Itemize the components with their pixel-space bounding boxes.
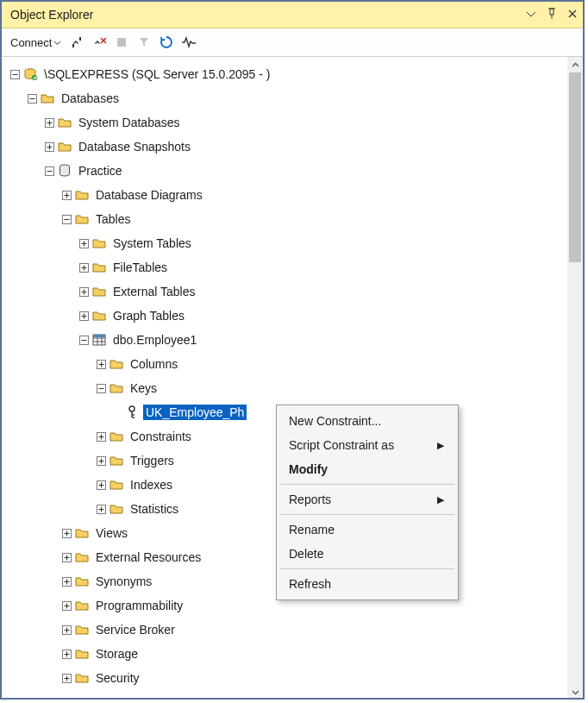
- tree-label: Database Diagrams: [93, 187, 205, 203]
- menu-reports[interactable]: Reports ▶: [277, 487, 458, 512]
- context-menu: New Constraint... Script Constraint as ▶…: [276, 405, 459, 600]
- expand-plus-icon[interactable]: [60, 575, 72, 587]
- tree-node[interactable]: System Tables: [7, 231, 567, 255]
- vertical-scrollbar[interactable]: [567, 57, 583, 700]
- connect-label: Connect: [10, 36, 52, 49]
- expand-minus-icon[interactable]: [78, 334, 90, 346]
- expand-plus-icon[interactable]: [60, 527, 72, 539]
- expand-minus-icon[interactable]: [26, 92, 38, 104]
- tree-label: Constraints: [128, 429, 194, 444]
- menu-delete[interactable]: Delete: [277, 542, 458, 566]
- expand-plus-icon[interactable]: [95, 479, 107, 491]
- submenu-arrow-icon: ▶: [437, 494, 444, 505]
- tree-label: Practice: [76, 163, 125, 179]
- tree-label: UK_Employee_Ph: [143, 405, 247, 420]
- tree-node[interactable]: Columns: [7, 352, 567, 376]
- tree-node[interactable]: Service Broker: [7, 618, 567, 642]
- menu-script-constraint-as[interactable]: Script Constraint as ▶: [277, 433, 458, 457]
- activity-monitor-icon[interactable]: [180, 34, 197, 51]
- titlebar-controls: [526, 8, 578, 22]
- expand-minus-icon[interactable]: [95, 382, 107, 394]
- tree-node[interactable]: Keys: [7, 376, 567, 400]
- connect-icon[interactable]: [68, 34, 85, 51]
- folder-icon: [74, 549, 90, 565]
- expand-plus-icon[interactable]: [78, 310, 90, 322]
- folder-icon: [109, 501, 124, 517]
- tree-label: Indexes: [128, 477, 175, 493]
- tree-label: System Tables: [110, 235, 194, 251]
- tree-label: Keys: [128, 380, 160, 396]
- expand-plus-icon[interactable]: [78, 261, 90, 273]
- expand-plus-icon[interactable]: [60, 648, 72, 660]
- pin-icon[interactable]: [547, 8, 557, 22]
- expand-plus-icon[interactable]: [78, 286, 90, 298]
- expand-plus-icon[interactable]: [43, 116, 55, 129]
- expand-plus-icon[interactable]: [60, 551, 72, 563]
- scroll-up-icon[interactable]: [567, 57, 583, 72]
- tree-node[interactable]: Graph Tables: [7, 304, 567, 328]
- server-icon: [22, 66, 38, 82]
- tree-node[interactable]: Practice: [7, 159, 567, 183]
- expand-minus-icon[interactable]: [60, 213, 72, 225]
- expand-plus-icon[interactable]: [43, 141, 55, 153]
- menu-separator: [280, 514, 454, 515]
- scroll-down-icon[interactable]: [567, 684, 583, 700]
- tree-node[interactable]: Tables: [7, 207, 567, 231]
- expand-plus-icon[interactable]: [60, 189, 72, 201]
- folder-icon: [109, 429, 124, 444]
- tree-label: dbo.Employee1: [110, 332, 199, 348]
- tree-label: Columns: [128, 356, 180, 372]
- menu-item-label: Reports: [289, 493, 331, 506]
- toolbar: Connect: [2, 28, 583, 57]
- submenu-arrow-icon: ▶: [437, 440, 444, 451]
- table-icon: [91, 332, 107, 348]
- expand-minus-icon[interactable]: [43, 165, 55, 177]
- expand-plus-icon[interactable]: [95, 430, 107, 443]
- tree-label: Synonyms: [93, 574, 154, 589]
- menu-item-label: Refresh: [289, 577, 331, 591]
- folder-icon: [74, 211, 90, 227]
- scroll-track[interactable]: [567, 72, 583, 684]
- menu-rename[interactable]: Rename: [277, 518, 458, 542]
- folder-icon: [91, 284, 107, 299]
- tree-label: Triggers: [128, 453, 177, 468]
- tree-node-table[interactable]: dbo.Employee1: [7, 328, 567, 352]
- tree-node[interactable]: Storage: [7, 642, 567, 666]
- tree-node[interactable]: Security: [7, 666, 567, 690]
- tree-node[interactable]: Databases: [7, 86, 567, 110]
- tree-view[interactable]: \SQLEXPRESS (SQL Server 15.0.2095 - ) Da…: [2, 57, 567, 700]
- tree-label: Graph Tables: [110, 308, 187, 323]
- tree-node[interactable]: Database Diagrams: [7, 183, 567, 207]
- menu-modify[interactable]: Modify: [277, 457, 458, 481]
- tree-node-server[interactable]: \SQLEXPRESS (SQL Server 15.0.2095 - ): [7, 62, 567, 86]
- menu-item-label: Rename: [289, 523, 335, 537]
- folder-icon: [74, 622, 90, 637]
- expand-plus-icon[interactable]: [60, 599, 72, 612]
- tree-node[interactable]: Database Snapshots: [7, 135, 567, 159]
- folder-icon: [74, 646, 90, 662]
- expand-plus-icon[interactable]: [95, 503, 107, 515]
- tree-node[interactable]: System Databases: [7, 110, 567, 135]
- menu-new-constraint[interactable]: New Constraint...: [277, 409, 458, 433]
- menu-refresh[interactable]: Refresh: [277, 572, 458, 596]
- disconnect-icon[interactable]: [91, 34, 108, 51]
- folder-icon: [57, 139, 72, 154]
- expand-plus-icon[interactable]: [95, 455, 107, 467]
- svg-rect-6: [79, 37, 81, 41]
- window-position-icon[interactable]: [526, 9, 536, 22]
- folder-icon: [74, 574, 90, 589]
- folder-icon: [91, 308, 107, 323]
- close-icon[interactable]: [567, 9, 578, 22]
- expand-plus-icon[interactable]: [78, 237, 90, 249]
- tree-node[interactable]: FileTables: [7, 255, 567, 279]
- refresh-icon[interactable]: [158, 34, 175, 51]
- tree-node[interactable]: External Tables: [7, 279, 567, 304]
- expand-plus-icon[interactable]: [60, 672, 72, 684]
- object-explorer-window: Object Explorer Connect: [0, 0, 585, 700]
- expand-plus-icon[interactable]: [95, 358, 107, 370]
- connect-dropdown[interactable]: Connect: [9, 35, 63, 51]
- expand-minus-icon[interactable]: [9, 68, 21, 80]
- expand-plus-icon[interactable]: [60, 624, 72, 636]
- folder-icon: [109, 380, 124, 396]
- scroll-thumb[interactable]: [569, 72, 581, 262]
